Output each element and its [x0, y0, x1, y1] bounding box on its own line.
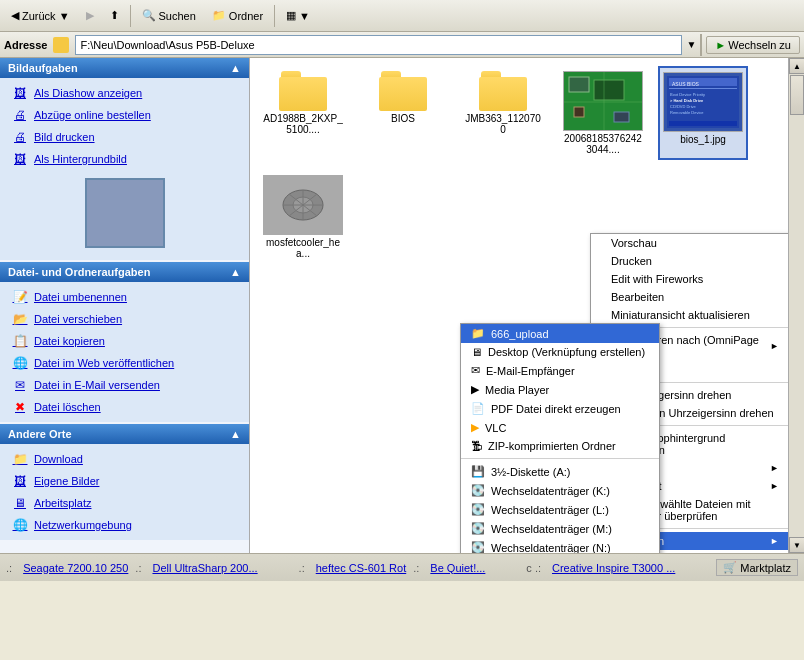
drucken-icon: 🖨: [12, 129, 28, 145]
bios-jpg-label: bios_1.jpg: [680, 134, 726, 145]
up-button[interactable]: ⬆: [103, 5, 126, 26]
submenu-drive-l[interactable]: 💽 Wechseldatenträger (L:): [461, 500, 659, 519]
eigene-bilder-item[interactable]: 🖼 Eigene Bilder: [0, 470, 249, 492]
up-icon: ⬆: [110, 9, 119, 22]
status-dell[interactable]: Dell UltraSharp 200...: [152, 562, 257, 574]
folder-button[interactable]: 📁 Ordner: [205, 5, 270, 26]
file-item-bios[interactable]: BIOS: [358, 66, 448, 160]
netzwerk-icon: 🌐: [12, 517, 28, 533]
ctx-fireworks[interactable]: Edit with Fireworks: [591, 270, 788, 288]
status-seagate[interactable]: Seagate 7200.10 250: [23, 562, 128, 574]
svg-rect-16: [669, 121, 737, 126]
verschieben-item[interactable]: 📂 Datei verschieben: [0, 308, 249, 330]
submenu-desktop[interactable]: 🖥 Desktop (Verknüpfung erstellen): [461, 343, 659, 361]
submenu-drive-n[interactable]: 💽 Wechseldatenträger (N:): [461, 538, 659, 553]
jmb363-folder-icon: [479, 71, 527, 111]
download-folder-icon: 📁: [12, 451, 28, 467]
vlc-icon: ▶: [471, 421, 479, 434]
andere-orte-section: Andere Orte ▲ 📁 Download 🖼 Eigene Bilder: [0, 424, 249, 540]
left-panel: Bildaufgaben ▲ 🖼 Als Diashow anzeigen 🖨 …: [0, 58, 250, 553]
ctx-drucken[interactable]: Drucken: [591, 252, 788, 270]
arbeitsplatz-item[interactable]: 🖥 Arbeitsplatz: [0, 492, 249, 514]
file-item-bios-jpg[interactable]: ASUS BIOS Boot Device Priority > Hard Di…: [658, 66, 748, 160]
back-dropdown-icon[interactable]: ▼: [59, 10, 70, 22]
file-item-jmb363[interactable]: JMB363_1120700: [458, 66, 548, 160]
drive-m-icon: 💽: [471, 522, 485, 535]
scroll-thumb[interactable]: [790, 75, 804, 115]
datei-ordner-header[interactable]: Datei- und Ordneraufgaben ▲: [0, 262, 249, 282]
hintergrundbild-icon: 🖼: [12, 151, 28, 167]
address-input[interactable]: [75, 35, 682, 55]
addr-dropdown-icon[interactable]: ▼: [686, 39, 696, 50]
submenu-zip[interactable]: 🗜 ZIP-komprimierten Ordner: [461, 437, 659, 455]
search-icon: 🔍: [142, 9, 156, 22]
submenu-pdf[interactable]: 📄 PDF Datei direkt erzeugen: [461, 399, 659, 418]
status-creative[interactable]: Creative Inspire T3000 ...: [552, 562, 675, 574]
views-button[interactable]: ▦ ▼: [279, 5, 317, 26]
email-item[interactable]: ✉ Datei in E-Mail versenden: [0, 374, 249, 396]
submenu-drive-k[interactable]: 💽 Wechseldatenträger (K:): [461, 481, 659, 500]
search-button[interactable]: 🔍 Suchen: [135, 5, 203, 26]
loeschen-item[interactable]: ✖ Datei löschen: [0, 396, 249, 418]
cooler-thumb: [263, 175, 343, 235]
submenu-mediaplayer[interactable]: ▶ Media Player: [461, 380, 659, 399]
status-bequiet[interactable]: Be Quiet!...: [430, 562, 485, 574]
eigene-bilder-icon: 🖼: [12, 473, 28, 489]
forward-button[interactable]: ▶: [79, 5, 101, 26]
app-window: ◀ Zurück ▼ ▶ ⬆ 🔍 Suchen 📁 Ordner ▦ ▼ Adr…: [0, 0, 804, 660]
diashow-item[interactable]: 🖼 Als Diashow anzeigen: [0, 82, 249, 104]
andere-orte-header[interactable]: Andere Orte ▲: [0, 424, 249, 444]
scroll-up-btn[interactable]: ▲: [789, 58, 804, 74]
submenu-floppy[interactable]: 💾 3½-Diskette (A:): [461, 462, 659, 481]
bildaufgaben-header[interactable]: Bildaufgaben ▲: [0, 58, 249, 78]
web-icon: 🌐: [12, 355, 28, 371]
abzuege-item[interactable]: 🖨 Abzüge online bestellen: [0, 104, 249, 126]
preview-image: [85, 178, 165, 248]
file-item-ad1988b[interactable]: AD1988B_2KXP_5100....: [258, 66, 348, 160]
copy-icon: 📋: [12, 333, 28, 349]
marketplace-icon: 🛒: [723, 561, 737, 574]
submenu-sep-1: [461, 458, 659, 459]
rename-icon: 📝: [12, 289, 28, 305]
ctx-oeffnen-arrow: ►: [770, 481, 779, 491]
drucken-item[interactable]: 🖨 Bild drucken: [0, 126, 249, 148]
hintergrundbild-item[interactable]: 🖼 Als Hintergrundbild: [0, 148, 249, 170]
svg-rect-5: [574, 107, 584, 117]
svg-rect-1: [569, 77, 589, 92]
datei-ordner-section: Datei- und Ordneraufgaben ▲ 📝 Datei umbe…: [0, 262, 249, 422]
ctx-senden-arrow: ►: [770, 536, 779, 546]
submenu-666upload[interactable]: 📁 666_upload: [461, 324, 659, 343]
folder-icon: 📁: [212, 9, 226, 22]
addr-folder-icon: [53, 37, 69, 53]
ctx-miniatur[interactable]: Miniaturansicht aktualisieren: [591, 306, 788, 324]
file-item-board[interactable]: 200681853762423044....: [558, 66, 648, 160]
scroll-down-btn[interactable]: ▼: [789, 537, 804, 553]
drive-k-icon: 💽: [471, 484, 485, 497]
submenu-drive-m[interactable]: 💽 Wechseldatenträger (M:): [461, 519, 659, 538]
status-heftec[interactable]: heftec CS-601 Rot: [316, 562, 407, 574]
abzuege-icon: 🖨: [12, 107, 28, 123]
bios-svg: ASUS BIOS Boot Device Priority > Hard Di…: [664, 73, 742, 131]
toolbar-divider-2: [274, 5, 275, 27]
netzwerk-item[interactable]: 🌐 Netzwerkumgebung: [0, 514, 249, 536]
download-item[interactable]: 📁 Download: [0, 448, 249, 470]
views-dropdown-icon[interactable]: ▼: [299, 10, 310, 22]
svg-text:> Hard Disk Drive: > Hard Disk Drive: [670, 98, 704, 103]
ctx-bearbeiten[interactable]: Bearbeiten: [591, 288, 788, 306]
kopieren-item[interactable]: 📋 Datei kopieren: [0, 330, 249, 352]
go-button[interactable]: ► Wechseln zu: [706, 36, 800, 54]
marketplace-button[interactable]: 🛒 Marktplatz: [716, 559, 798, 576]
submenu-vlc[interactable]: ▶ VLC: [461, 418, 659, 437]
file-item-cooler[interactable]: mosfetcooler_hea...: [258, 170, 348, 264]
submenu-email[interactable]: ✉ E-Mail-Empfänger: [461, 361, 659, 380]
back-icon: ◀: [11, 9, 19, 22]
web-item[interactable]: 🌐 Datei im Web veröffentlichen: [0, 352, 249, 374]
andere-orte-body: 📁 Download 🖼 Eigene Bilder 🖥 Arbeitsplat…: [0, 444, 249, 540]
svg-text:Boot Device Priority: Boot Device Priority: [670, 92, 705, 97]
toolbar-divider-1: [130, 5, 131, 27]
pdf-icon: 📄: [471, 402, 485, 415]
umbenennen-item[interactable]: 📝 Datei umbenennen: [0, 286, 249, 308]
ctx-vorschau[interactable]: Vorschau: [591, 234, 788, 252]
back-button[interactable]: ◀ Zurück ▼: [4, 5, 77, 26]
svg-text:Removable Device: Removable Device: [670, 110, 704, 115]
